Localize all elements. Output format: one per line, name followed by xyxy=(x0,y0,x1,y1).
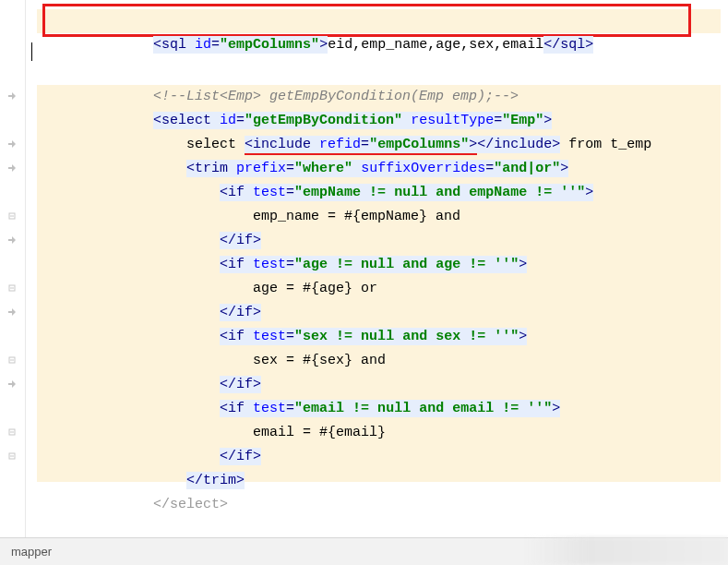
tag-name: sql xyxy=(161,37,195,53)
blurred-region xyxy=(525,537,728,565)
tag-open: < xyxy=(153,37,161,53)
code-line[interactable]: <select id="getEmpByCondition" resultTyp… xyxy=(37,85,721,109)
tag-close: > xyxy=(220,497,228,512)
fold-toggle-icon[interactable] xyxy=(6,379,18,389)
code-line[interactable]: </select> xyxy=(37,469,721,493)
code-line[interactable]: select <include refid="empColumns"></inc… xyxy=(37,109,721,133)
fold-toggle-icon[interactable] xyxy=(6,163,18,173)
code-line[interactable]: <sql id="empColumns">eid,emp_name,age,se… xyxy=(37,9,721,33)
fold-marker-icon xyxy=(6,283,18,293)
code-line[interactable]: <if test="email != null and email != ''"… xyxy=(37,373,721,397)
tag-open: </ xyxy=(543,37,560,53)
gutter xyxy=(0,0,26,537)
equals: = xyxy=(211,37,220,53)
text-caret xyxy=(31,42,32,61)
code-line[interactable]: emp_name = #{empName} and xyxy=(37,181,721,205)
fold-marker-icon xyxy=(6,211,18,221)
code-line[interactable]: email = #{email} xyxy=(37,397,721,421)
code-line[interactable]: <if test="empName != null and empName !=… xyxy=(37,157,721,181)
code-line[interactable]: <trim prefix="where" suffixOverrides="an… xyxy=(37,133,721,157)
fold-toggle-icon[interactable] xyxy=(6,235,18,245)
code-line[interactable]: </if> xyxy=(37,421,721,445)
fold-marker-icon xyxy=(6,427,18,437)
tag-open: </ xyxy=(153,497,170,512)
code-editor[interactable]: <sql id="empColumns">eid,emp_name,age,se… xyxy=(0,0,728,537)
code-body[interactable]: <sql id="empColumns">eid,emp_name,age,se… xyxy=(26,0,728,537)
fold-toggle-icon[interactable] xyxy=(6,307,18,317)
code-line[interactable]: <if test="age != null and age != ''"> xyxy=(37,229,721,253)
indent xyxy=(87,37,153,53)
fold-marker-icon xyxy=(6,355,18,365)
attr-value: "empColumns" xyxy=(220,37,319,53)
code-line[interactable]: <!--List<Emp> getEmpByCondition(Emp emp)… xyxy=(37,61,721,85)
attr-name: id xyxy=(195,37,211,53)
text-content: eid,emp_name,age,sex,email xyxy=(328,37,543,53)
tag-name: select xyxy=(170,497,220,512)
code-line[interactable]: </if> xyxy=(37,277,721,301)
code-line[interactable]: </if> xyxy=(37,349,721,373)
fold-toggle-icon[interactable] xyxy=(6,91,18,101)
code-line[interactable]: age = #{age} or xyxy=(37,253,721,277)
fold-marker-icon xyxy=(6,451,18,461)
code-line[interactable]: <if test="sex != null and sex != ''"> xyxy=(37,301,721,325)
breadcrumb-item[interactable]: mapper xyxy=(11,545,52,559)
code-line[interactable]: sex = #{sex} and xyxy=(37,325,721,349)
fold-toggle-icon[interactable] xyxy=(6,139,18,149)
tag-close: > xyxy=(319,37,328,53)
tag-close: > xyxy=(585,37,593,53)
code-line[interactable]: </trim> xyxy=(37,445,721,469)
code-line[interactable]: </if> xyxy=(37,205,721,229)
indent xyxy=(87,497,153,512)
tag-name: sql xyxy=(560,37,585,53)
